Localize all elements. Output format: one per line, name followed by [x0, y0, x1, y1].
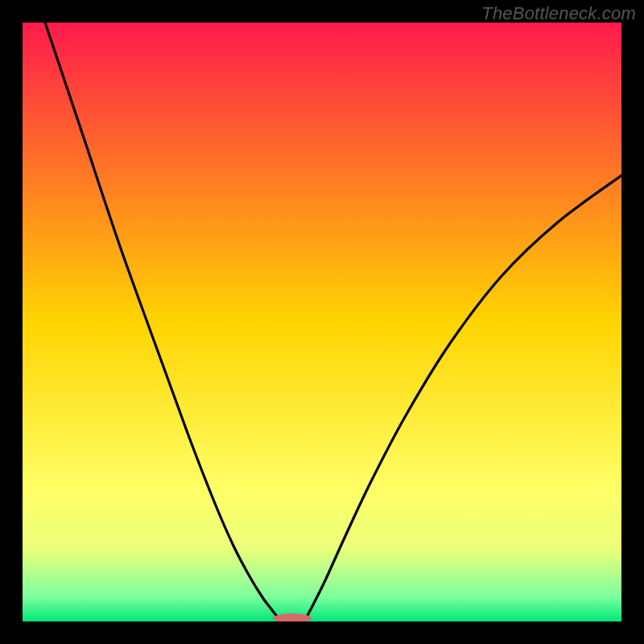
chart-frame: TheBottleneck.com: [0, 0, 644, 644]
plot-area: [23, 23, 621, 621]
chart-svg: [23, 23, 621, 621]
watermark-text: TheBottleneck.com: [481, 3, 636, 24]
gradient-fill: [23, 23, 621, 621]
